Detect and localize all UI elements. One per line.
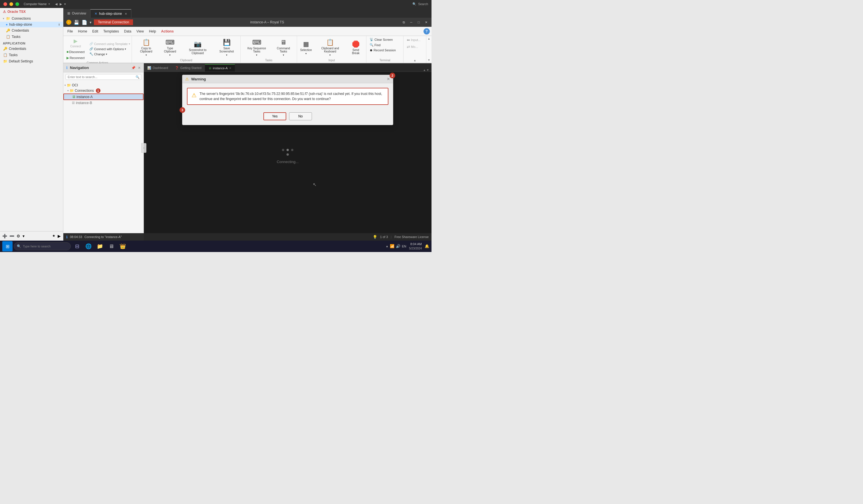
ribbon-selection-btn[interactable]: ▦ Selection ▾ bbox=[299, 40, 313, 56]
sidebar-item-tasks[interactable]: 📋 Tasks bbox=[0, 34, 63, 40]
ribbon-connect-options-btn[interactable]: 🔗 Connect with Options ▾ bbox=[88, 47, 132, 51]
copy-clipboard-dropdown[interactable]: ▾ bbox=[146, 54, 147, 56]
sidebar-item-hub-step-stone[interactable]: ● hub-step-stone ⬆ bbox=[0, 22, 63, 27]
sidebar-item-app-credentials[interactable]: 🔑 Credentials bbox=[0, 46, 63, 52]
help-button[interactable]: ? bbox=[424, 28, 430, 35]
warning-message-text: The server's fingerprint '0b:9c:76:cb:10… bbox=[199, 91, 384, 102]
warning-yes-btn[interactable]: Yes bbox=[263, 112, 286, 120]
terminal-close-btn[interactable]: ✕ bbox=[424, 20, 429, 25]
ribbon-send-break-btn[interactable]: 🛑 Send Break bbox=[347, 40, 364, 55]
settings-icon[interactable]: ⚙ bbox=[16, 234, 20, 238]
ribbon-find-btn[interactable]: 🔍 Find bbox=[368, 42, 382, 47]
record-session-icon: ⏺ bbox=[370, 49, 373, 52]
nav-forward-btn[interactable]: ▶ bbox=[60, 2, 62, 6]
menu-help[interactable]: Help bbox=[147, 28, 158, 34]
menu-file[interactable]: File bbox=[65, 28, 75, 34]
menu-view[interactable]: View bbox=[134, 28, 146, 34]
nav-close-icon[interactable]: ✕ bbox=[138, 66, 141, 70]
ribbon-key-sequence-btn[interactable]: ⌨ Key Sequence Tasks ▾ bbox=[242, 38, 271, 57]
notification-icon[interactable]: 🔔 bbox=[425, 244, 429, 248]
add-icon[interactable]: ➕ bbox=[2, 234, 7, 238]
ribbon-scroll-up[interactable]: ▲ bbox=[427, 37, 430, 40]
ribbon-screenshot-btn[interactable]: 📷 Screenshot to Clipboard bbox=[182, 40, 214, 55]
ribbon-copy-clipboard-btn[interactable]: 📋 Copy to Clipboard ▾ bbox=[134, 38, 159, 57]
ribbon-record-session-btn[interactable]: ⏺ Record Session bbox=[368, 48, 397, 52]
systray-expand[interactable]: ▲ bbox=[386, 245, 388, 248]
ribbon-group-extra: ⬅ Input... ⇄ Mo... ▲ bbox=[403, 36, 426, 63]
step-badge-3: 3 bbox=[179, 107, 185, 113]
warning-close-btn[interactable]: ✕ bbox=[387, 77, 390, 81]
mac-close-btn[interactable] bbox=[3, 2, 7, 6]
terminal-minimize-btn[interactable]: ─ bbox=[409, 20, 414, 25]
taskbar-search[interactable]: 🔍 Type here to search bbox=[14, 242, 71, 250]
play-icon[interactable]: ▶ bbox=[58, 234, 61, 238]
nav-back-btn[interactable]: ◀ bbox=[55, 2, 58, 6]
terminal-titlebar: i 💾 📄 ▾ Terminal Connection instance-A –… bbox=[63, 18, 432, 27]
nav-dropdown-btn[interactable]: ▾ bbox=[64, 2, 66, 6]
taskbar-start-btn[interactable]: ⊞ bbox=[2, 241, 13, 251]
taskbar-app-edge[interactable]: 🌐 bbox=[83, 241, 93, 251]
menu-data[interactable]: Data bbox=[122, 28, 134, 34]
expand-icon[interactable]: ▾ bbox=[90, 20, 92, 25]
copy-icon[interactable]: 📄 bbox=[82, 20, 87, 25]
tab-overview[interactable]: ⊞ Overview bbox=[63, 9, 90, 18]
ribbon-clear-screen-btn[interactable]: 📡 Clear Screen bbox=[368, 37, 394, 42]
minus-icon[interactable]: ➖ bbox=[10, 234, 14, 238]
connections-chevron: ▾ bbox=[67, 89, 69, 92]
command-tasks-dropdown[interactable]: ▾ bbox=[283, 54, 284, 56]
hub-tab-close[interactable]: ✕ bbox=[125, 12, 127, 15]
tree-item-instance-a[interactable]: 🖥 instance-A bbox=[63, 93, 143, 100]
scroll-up-icon-group: ▲ bbox=[405, 58, 424, 63]
instance-a-label: instance-A bbox=[76, 95, 93, 99]
change-dropdown[interactable]: ▾ bbox=[106, 53, 107, 55]
ribbon-command-tasks-btn[interactable]: 🖥 Command Tasks ▾ bbox=[272, 38, 295, 57]
mac-maximize-btn[interactable] bbox=[15, 2, 19, 6]
save-icon[interactable]: 💾 bbox=[74, 20, 79, 25]
terminal-maximize-btn[interactable]: □ bbox=[416, 20, 421, 25]
sidebar-item-credentials[interactable]: 🔑 Credentials bbox=[0, 27, 63, 34]
tab-hub-step-stone[interactable]: ✕ hub-step-stone ✕ bbox=[90, 9, 131, 18]
taskbar-app-terminal[interactable]: 🖥 bbox=[106, 241, 116, 251]
menu-templates[interactable]: Templates bbox=[101, 28, 121, 34]
menu-edit[interactable]: Edit bbox=[90, 28, 100, 34]
menu-home[interactable]: Home bbox=[76, 28, 89, 34]
taskbar-app-royalts[interactable]: 👑 bbox=[117, 241, 128, 251]
tree-item-oci[interactable]: ▾ 📁 OCI bbox=[63, 83, 143, 88]
warning-no-btn[interactable]: No bbox=[289, 112, 312, 120]
overview-tab-label: Overview bbox=[72, 11, 86, 15]
mac-minimize-btn[interactable] bbox=[10, 2, 13, 6]
tree-item-connections[interactable]: ▾ 📁 Connections 1 bbox=[63, 88, 143, 93]
sidebar-item-app-tasks[interactable]: 📋 Tasks bbox=[0, 52, 63, 58]
selection-dropdown[interactable]: ▾ bbox=[305, 52, 307, 55]
tree-item-instance-b[interactable]: 🖥 instance-B bbox=[63, 100, 143, 105]
sidebar-item-default-settings[interactable]: 📁 Default Settings bbox=[0, 58, 63, 64]
terminal-restore-btn[interactable]: ⧉ bbox=[401, 20, 407, 25]
ribbon-scroll-down[interactable]: ▼ bbox=[427, 59, 430, 62]
type-clipboard-dropdown[interactable]: ▾ bbox=[169, 54, 171, 56]
taskbar-app-taskswitch[interactable]: ⊟ bbox=[72, 241, 82, 251]
ribbon-clipboard-keyboard-btn[interactable]: 📋 Clipboard and Keyboard ▾ bbox=[314, 38, 347, 57]
ribbon-reconnect-btn[interactable]: ▶ Reconnect bbox=[65, 55, 86, 61]
clipboard-keyboard-dropdown[interactable]: ▾ bbox=[329, 54, 331, 56]
menu-actions[interactable]: Actions bbox=[159, 28, 176, 34]
ribbon-type-clipboard-btn[interactable]: ⌨ Type Clipboard ▾ bbox=[159, 38, 181, 57]
save-screenshot-dropdown[interactable]: ▾ bbox=[226, 54, 227, 56]
ribbon-change-btn[interactable]: 🔧 Change ▾ bbox=[88, 52, 132, 56]
ribbon-disconnect-btn[interactable]: ■ Disconnect bbox=[65, 49, 86, 55]
sidebar-item-connections[interactable]: ▾ 📁 Connections bbox=[0, 15, 63, 22]
scroll-up-icon[interactable]: ▲ bbox=[414, 59, 416, 62]
connect-options-dropdown[interactable]: ▾ bbox=[125, 48, 126, 50]
mac-search[interactable]: 🔍 Search bbox=[412, 2, 428, 6]
mac-dropdown-icon[interactable]: ▾ bbox=[49, 2, 50, 5]
chevron-down-icon[interactable]: ▾ bbox=[23, 234, 25, 238]
taskbar-app-explorer[interactable]: 📁 bbox=[95, 241, 105, 251]
nav-search-input[interactable] bbox=[66, 74, 141, 80]
star-icon[interactable]: ★ bbox=[52, 234, 55, 238]
nav-pin-icon[interactable]: 📌 bbox=[131, 66, 136, 70]
nav-tree: ▾ 📁 OCI ▾ 📁 Connections 1 🖥 instance-A 🖥… bbox=[63, 81, 143, 241]
systray-volume-icon: 🔊 bbox=[396, 244, 400, 248]
app-tasks-icon: 📋 bbox=[3, 53, 8, 57]
ribbon-save-screenshot-btn[interactable]: 💾 Save Screenshot ▾ bbox=[215, 38, 239, 57]
key-sequence-dropdown[interactable]: ▾ bbox=[256, 54, 258, 56]
hub-step-stone-icon: ● bbox=[6, 23, 8, 26]
